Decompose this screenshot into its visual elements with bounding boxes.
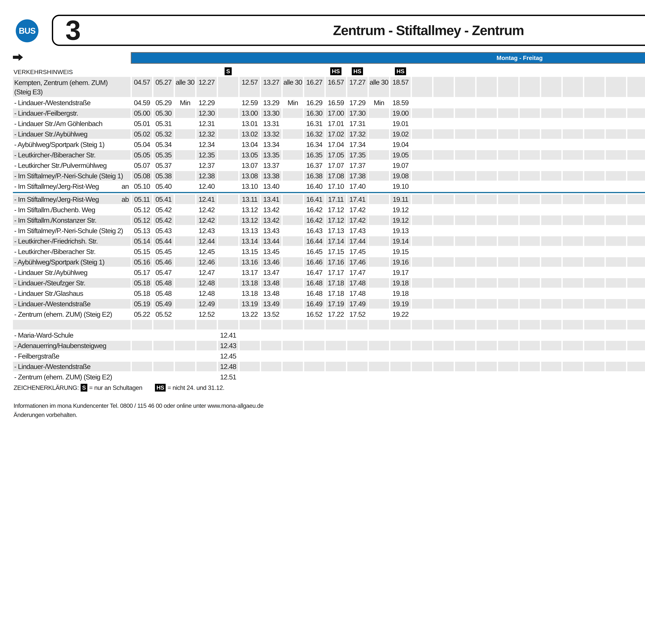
time-cell: 05.38 — [153, 171, 174, 181]
time-cell — [563, 309, 583, 319]
time-cell: 13.35 — [261, 150, 281, 160]
time-cell — [563, 288, 583, 298]
time-cell — [541, 109, 562, 118]
time-cell — [541, 77, 562, 97]
time-cell — [606, 182, 626, 191]
time-cell — [498, 247, 518, 256]
time-cell: 13.43 — [261, 226, 281, 235]
stop-name: - Aybühlweg/Sportpark (Steig 1) — [14, 257, 104, 267]
time-cell: 13.01 — [240, 119, 260, 128]
stop-row: - Im Stiftalmey/P.-Neri-Schule (Steig 2)… — [13, 226, 645, 235]
time-cell — [519, 171, 540, 181]
time-cell — [627, 98, 645, 108]
time-cell: 05.18 — [132, 288, 152, 298]
stop-name: - Feilbergstraße — [14, 352, 59, 361]
time-cell: 19.15 — [390, 247, 411, 256]
stop-name: - Maria-Ward-Schule — [14, 331, 73, 340]
time-cell — [433, 129, 454, 139]
time-cell — [412, 182, 432, 191]
stop-name-cell: - Im Stiftallm./Konstanzer Str. — [13, 215, 131, 225]
time-cell: 19.19 — [390, 299, 411, 308]
time-cell — [369, 299, 389, 308]
time-cell: 12.42 — [196, 215, 217, 225]
time-cell — [412, 372, 432, 382]
time-cell — [347, 341, 368, 351]
time-cell: 17.34 — [347, 140, 368, 149]
time-cell — [412, 247, 432, 256]
time-cell — [455, 299, 475, 308]
time-cell — [519, 98, 540, 108]
time-cell — [175, 351, 195, 361]
time-cell: 12.41 — [196, 195, 217, 204]
time-cell: 13.44 — [261, 236, 281, 246]
time-cell — [412, 129, 432, 139]
time-cell — [175, 299, 195, 308]
legend-s-text: = nur an Schultagen — [89, 384, 142, 391]
time-cell — [433, 309, 454, 319]
time-cell: 16.40 — [304, 182, 325, 191]
time-cell — [433, 195, 454, 204]
time-cell — [519, 140, 540, 149]
time-cell: 13.13 — [240, 226, 260, 235]
time-cell: 05.35 — [153, 150, 174, 160]
time-cell — [519, 182, 540, 191]
time-cell: 13.29 — [261, 98, 281, 108]
time-cell — [627, 331, 645, 340]
stop-name-cell: - Lindauer-/Feilbergstr. — [13, 109, 131, 118]
time-cell — [218, 129, 238, 139]
time-cell: 05.00 — [132, 109, 152, 118]
time-cell: 17.01 — [326, 119, 346, 128]
time-cell — [153, 372, 174, 382]
time-cell — [175, 150, 195, 160]
time-cell — [563, 119, 583, 128]
time-cell — [455, 161, 475, 170]
time-cell — [498, 109, 518, 118]
time-cell — [261, 372, 281, 382]
time-cell: 13.40 — [261, 182, 281, 191]
time-cell — [563, 226, 583, 235]
time-cell — [412, 362, 432, 371]
time-cell — [541, 247, 562, 256]
time-cell — [563, 98, 583, 108]
time-cell — [175, 161, 195, 170]
time-cell: 17.18 — [326, 278, 346, 288]
time-cell — [541, 299, 562, 308]
time-cell: 05.05 — [132, 150, 152, 160]
time-cell: 17.49 — [347, 299, 368, 308]
time-cell — [541, 140, 562, 149]
time-cell: 05.42 — [153, 205, 174, 215]
time-cell: 05.12 — [132, 215, 152, 225]
symbol-cell — [519, 66, 540, 76]
symbol-cell — [175, 66, 195, 76]
time-cell: 16.46 — [304, 257, 325, 267]
stop-row: - Adenauerring/Haubensteigweg12.43 — [13, 341, 645, 351]
time-cell — [606, 247, 626, 256]
time-cell: 17.30 — [347, 109, 368, 118]
time-cell — [196, 320, 217, 330]
time-cell — [433, 341, 454, 351]
time-cell — [476, 161, 497, 170]
stop-row: - Leutkircher-/Biberacher Str.05.1505.45… — [13, 247, 645, 256]
stop-row: - Lindauer-/Steufzger Str.05.1805.4812.4… — [13, 278, 645, 288]
time-cell — [455, 226, 475, 235]
time-cell: 17.38 — [347, 171, 368, 181]
time-cell — [390, 372, 411, 382]
time-cell — [369, 372, 389, 382]
time-cell — [218, 150, 238, 160]
time-cell — [347, 351, 368, 361]
time-cell — [347, 362, 368, 371]
time-cell: 16.42 — [304, 215, 325, 225]
time-cell — [476, 351, 497, 361]
time-cell — [433, 161, 454, 170]
time-cell — [476, 257, 497, 267]
time-cell: 05.48 — [153, 278, 174, 288]
time-cell: Min — [175, 98, 195, 108]
time-cell — [627, 171, 645, 181]
time-cell — [498, 195, 518, 204]
time-cell — [606, 109, 626, 118]
time-cell — [563, 320, 583, 330]
time-cell — [476, 129, 497, 139]
symbol-cell — [412, 66, 432, 76]
time-cell — [476, 182, 497, 191]
time-cell — [606, 161, 626, 170]
